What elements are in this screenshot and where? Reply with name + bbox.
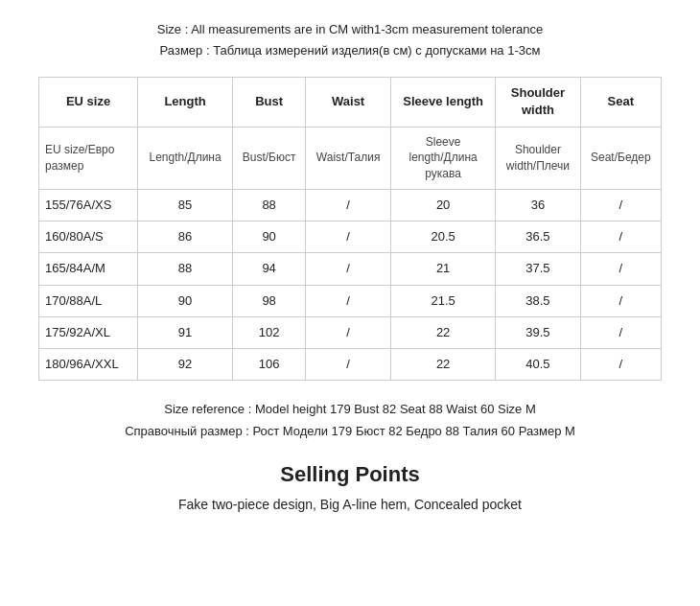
table-cell: 90 (233, 221, 306, 253)
subheader-length: Length/Длина (138, 127, 233, 189)
table-cell: / (306, 221, 391, 253)
subheader-shoulder: Shoulderwidth/Плечи (496, 127, 580, 189)
table-cell: 36 (496, 189, 580, 221)
table-cell: 85 (138, 189, 233, 221)
table-cell: 170/88A/L (39, 285, 138, 316)
table-cell: / (306, 348, 391, 380)
table-cell: 88 (138, 253, 233, 285)
table-cell: 91 (138, 316, 233, 348)
table-cell: 22 (391, 348, 496, 380)
table-cell: / (580, 189, 661, 221)
table-cell: / (306, 285, 391, 316)
table-cell: / (306, 189, 391, 221)
table-cell: 155/76A/XS (39, 189, 138, 221)
subheader-sleeve: Sleevelength/Длинарукава (391, 127, 496, 189)
table-cell: 38.5 (496, 285, 580, 316)
note-line2: Размер : Таблица измерений изделия(в см)… (38, 40, 662, 61)
col-length: Length (138, 78, 233, 127)
col-eu-size: EU size (39, 78, 138, 127)
table-cell: 37.5 (496, 253, 580, 285)
note-line1: Size : All measurements are in CM with1-… (38, 19, 662, 40)
table-row: 180/96A/XXL92106/2240.5/ (39, 348, 662, 380)
table-cell: 20 (391, 189, 496, 221)
table-row: 170/88A/L9098/21.538.5/ (39, 285, 662, 316)
col-shoulder-width: Shoulderwidth (496, 78, 580, 127)
selling-points-section: Selling Points Fake two-piece design, Bi… (38, 462, 662, 512)
table-cell: 160/80A/S (39, 221, 138, 253)
table-cell: 92 (138, 348, 233, 380)
col-waist: Waist (306, 78, 391, 127)
selling-points-title: Selling Points (38, 462, 662, 487)
table-cell: / (580, 316, 661, 348)
ref-line1: Size reference : Model height 179 Bust 8… (38, 398, 662, 420)
col-seat: Seat (580, 78, 661, 127)
table-cell: 20.5 (391, 221, 496, 253)
subheader-bust: Bust/Бюст (233, 127, 306, 189)
table-cell: / (580, 285, 661, 316)
subheader-seat: Seat/Бедер (580, 127, 661, 189)
table-row: 160/80A/S8690/20.536.5/ (39, 221, 662, 253)
table-row: 165/84A/M8894/2137.5/ (39, 253, 662, 285)
table-cell: 175/92A/XL (39, 316, 138, 348)
table-cell: / (580, 348, 661, 380)
table-cell: 102 (233, 316, 306, 348)
col-sleeve-length: Sleeve length (391, 78, 496, 127)
table-cell: 180/96A/XXL (39, 348, 138, 380)
size-table: EU size Length Bust Waist Sleeve length … (38, 77, 662, 381)
table-header-row: EU size Length Bust Waist Sleeve length … (39, 78, 662, 127)
table-cell: 106 (233, 348, 306, 380)
table-cell: 22 (391, 316, 496, 348)
table-cell: 165/84A/M (39, 253, 138, 285)
table-cell: 21.5 (391, 285, 496, 316)
selling-points-description: Fake two-piece design, Big A-line hem, C… (38, 497, 662, 512)
table-cell: 86 (138, 221, 233, 253)
table-cell: 40.5 (496, 348, 580, 380)
table-row: 155/76A/XS8588/2036/ (39, 189, 662, 221)
ref-notes: Size reference : Model height 179 Bust 8… (38, 398, 662, 443)
top-notes: Size : All measurements are in CM with1-… (38, 19, 662, 61)
table-row: 175/92A/XL91102/2239.5/ (39, 316, 662, 348)
table-cell: / (306, 316, 391, 348)
table-cell: 21 (391, 253, 496, 285)
ref-line2: Справочный размер : Рост Модели 179 Бюст… (38, 420, 662, 442)
table-cell: 39.5 (496, 316, 580, 348)
table-cell: / (306, 253, 391, 285)
table-cell: 36.5 (496, 221, 580, 253)
col-bust: Bust (233, 78, 306, 127)
subheader-eu: EU size/Евроразмер (39, 127, 138, 189)
table-cell: 90 (138, 285, 233, 316)
table-subheader-row: EU size/Евроразмер Length/Длина Bust/Бюс… (39, 127, 662, 189)
subheader-waist: Waist/Талия (306, 127, 391, 189)
table-cell: / (580, 253, 661, 285)
table-cell: 98 (233, 285, 306, 316)
table-cell: / (580, 221, 661, 253)
table-cell: 94 (233, 253, 306, 285)
table-cell: 88 (233, 189, 306, 221)
